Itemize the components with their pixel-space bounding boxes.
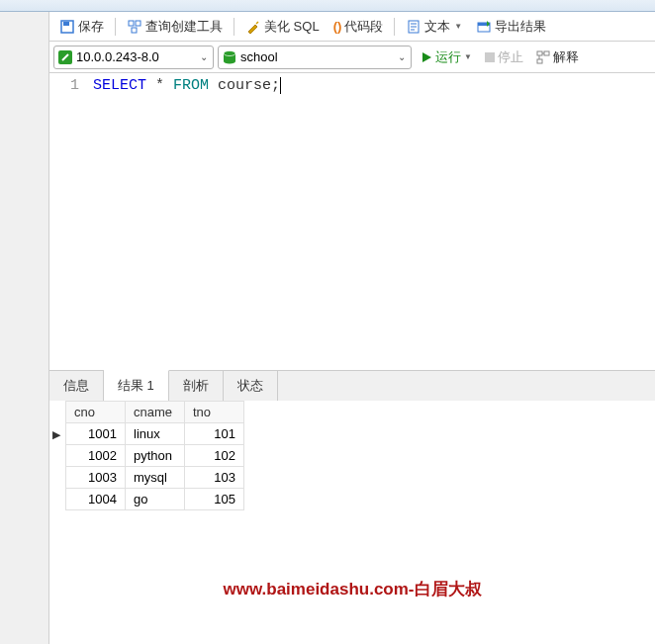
- svg-rect-1: [63, 22, 69, 26]
- grid-header-row: cno cname tno: [66, 402, 244, 423]
- separator: [234, 18, 234, 36]
- stop-icon: [484, 51, 496, 63]
- stop-label: 停止: [498, 48, 523, 66]
- svg-rect-14: [485, 52, 495, 62]
- explain-label: 解释: [553, 48, 579, 66]
- beautify-icon: [245, 19, 261, 35]
- server-dropdown[interactable]: 10.0.0.243-8.0 ⌄: [53, 46, 214, 69]
- document-icon: [406, 19, 421, 35]
- database-value: school: [240, 49, 395, 64]
- chevron-down-icon: ⌄: [197, 51, 211, 62]
- window-titlebar-fragment: [0, 0, 655, 12]
- save-label: 保存: [78, 18, 104, 36]
- separator: [394, 18, 395, 36]
- line-number-gutter: 1: [49, 73, 89, 370]
- cell-cno[interactable]: 1003: [66, 467, 126, 489]
- table-row[interactable]: 1002 python 102: [66, 445, 244, 467]
- toolbar-primary: 保存 查询创建工具 美化 SQL () 代码段 文本 ▼: [49, 12, 655, 42]
- explain-icon: [535, 49, 551, 65]
- cell-cname[interactable]: linux: [126, 423, 185, 445]
- cell-tno[interactable]: 103: [185, 467, 244, 489]
- export-label: 导出结果: [495, 18, 546, 36]
- cell-cno[interactable]: 1002: [66, 445, 126, 467]
- cell-cname[interactable]: python: [126, 445, 185, 467]
- export-button[interactable]: 导出结果: [470, 16, 552, 38]
- svg-rect-2: [129, 21, 134, 26]
- tab-profile[interactable]: 剖析: [169, 371, 224, 401]
- beautify-sql-label: 美化 SQL: [264, 18, 320, 36]
- query-builder-button[interactable]: 查询创建工具: [121, 16, 229, 38]
- chevron-down-icon: ▼: [464, 52, 472, 61]
- cell-cno[interactable]: 1001: [66, 423, 126, 445]
- run-label: 运行: [435, 48, 461, 66]
- chevron-down-icon: ▼: [454, 22, 462, 31]
- chevron-down-icon: ⌄: [395, 51, 409, 62]
- table-name: course: [218, 77, 271, 94]
- tab-info[interactable]: 信息: [49, 371, 104, 401]
- database-icon: [221, 48, 238, 66]
- current-row-indicator: ▶: [52, 428, 60, 441]
- tab-status[interactable]: 状态: [224, 371, 278, 401]
- svg-rect-4: [132, 28, 137, 33]
- col-cname[interactable]: cname: [126, 402, 185, 423]
- sql-code[interactable]: SELECT * FROM course;: [89, 73, 655, 370]
- sql-editor[interactable]: 1 SELECT * FROM course;: [49, 73, 655, 370]
- tab-result1[interactable]: 结果 1: [104, 370, 169, 401]
- svg-rect-15: [537, 51, 542, 55]
- query-builder-label: 查询创建工具: [145, 18, 223, 36]
- watermark: www.baimeidashu.com-白眉大叔: [49, 578, 655, 600]
- save-button[interactable]: 保存: [53, 16, 110, 38]
- server-value: 10.0.0.243-8.0: [76, 49, 197, 64]
- code-snippet-label: 代码段: [344, 18, 383, 36]
- run-button[interactable]: 运行 ▼: [416, 46, 476, 68]
- left-panel-gutter: [0, 12, 49, 644]
- server-icon: [56, 48, 74, 66]
- export-icon: [476, 19, 492, 35]
- star: *: [155, 77, 164, 94]
- stop-button: 停止: [480, 46, 527, 68]
- cell-cname[interactable]: go: [126, 489, 185, 510]
- result-grid[interactable]: cno cname tno 1001 linux 101 1002 python…: [65, 401, 244, 510]
- svg-rect-16: [544, 51, 549, 55]
- separator: [115, 18, 116, 36]
- semicolon: ;: [271, 77, 281, 94]
- col-tno[interactable]: tno: [185, 402, 244, 423]
- svg-rect-17: [537, 59, 542, 63]
- text-label: 文本: [424, 18, 450, 36]
- table-row[interactable]: 1003 mysql 103: [66, 467, 244, 489]
- database-dropdown[interactable]: school ⌄: [218, 46, 412, 69]
- code-snippet-button[interactable]: () 代码段: [328, 16, 390, 38]
- cell-tno[interactable]: 105: [185, 489, 244, 510]
- beautify-sql-button[interactable]: 美化 SQL: [239, 16, 326, 38]
- cell-tno[interactable]: 101: [185, 423, 244, 445]
- table-row[interactable]: 1004 go 105: [66, 489, 244, 510]
- col-cno[interactable]: cno: [66, 402, 126, 423]
- parentheses-icon: (): [333, 19, 342, 34]
- result-tabs: 信息 结果 1 剖析 状态: [49, 370, 655, 401]
- save-icon: [59, 19, 75, 35]
- query-builder-icon: [127, 19, 142, 35]
- cell-tno[interactable]: 102: [185, 445, 244, 467]
- toolbar-secondary: 10.0.0.243-8.0 ⌄ school ⌄ 运行 ▼ 停止: [49, 42, 655, 73]
- keyword-from: FROM: [173, 77, 209, 94]
- main-area: 保存 查询创建工具 美化 SQL () 代码段 文本 ▼: [49, 12, 655, 644]
- cell-cname[interactable]: mysql: [126, 467, 185, 489]
- result-grid-panel: ▶ cno cname tno 1001 linux 101 1002 pyth…: [49, 401, 655, 644]
- svg-rect-3: [136, 21, 140, 26]
- line-number: 1: [70, 77, 79, 94]
- play-icon: [420, 50, 433, 64]
- explain-button[interactable]: 解释: [531, 46, 583, 68]
- cell-cno[interactable]: 1004: [66, 489, 126, 510]
- table-row[interactable]: 1001 linux 101: [66, 423, 244, 445]
- keyword-select: SELECT: [93, 77, 146, 94]
- text-button[interactable]: 文本 ▼: [400, 16, 468, 38]
